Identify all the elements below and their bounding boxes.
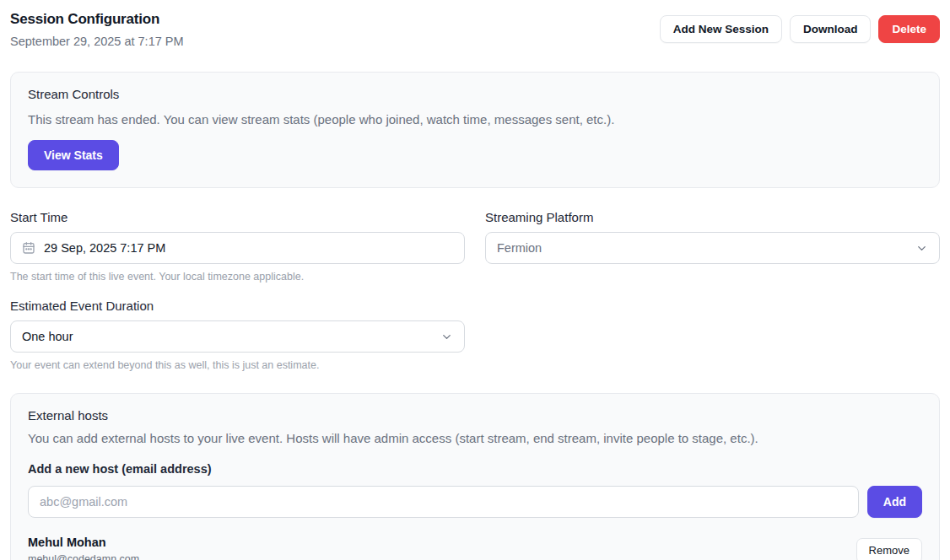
remove-host-button[interactable]: Remove (856, 538, 922, 560)
duration-value: One hour (22, 330, 73, 343)
add-host-label: Add a new host (email address) (28, 462, 922, 476)
host-list-item: Mehul Mohan mehul@codedamn.com Remove (28, 536, 922, 560)
session-form: Start Time 29 Sep, 2025 7:17 (10, 210, 940, 371)
chevron-down-icon (915, 242, 928, 255)
streaming-platform-value: Fermion (497, 241, 542, 255)
duration-field: Estimated Event Duration One hour Your e… (10, 299, 465, 371)
start-time-value: 29 Sep, 2025 7:17 PM (44, 241, 165, 255)
duration-label: Estimated Event Duration (10, 299, 465, 313)
host-email: mehul@codedamn.com (28, 553, 139, 560)
add-host-button[interactable]: Add (867, 486, 922, 518)
download-button[interactable]: Download (790, 15, 872, 43)
external-hosts-card: External hosts You can add external host… (10, 393, 940, 560)
header-titles: Session Configuration September 29, 2025… (10, 11, 184, 48)
form-column-left: Start Time 29 Sep, 2025 7:17 (10, 210, 465, 371)
add-host-row: Add (28, 486, 922, 518)
host-email-input[interactable] (28, 486, 859, 518)
add-new-session-button[interactable]: Add New Session (660, 15, 782, 43)
stream-controls-card: Stream Controls This stream has ended. Y… (10, 72, 940, 188)
streaming-platform-select[interactable]: Fermion (485, 232, 940, 264)
external-hosts-title: External hosts (28, 408, 922, 423)
session-datetime: September 29, 2025 at 7:17 PM (10, 35, 184, 48)
delete-button[interactable]: Delete (878, 15, 940, 43)
stream-controls-title: Stream Controls (28, 87, 922, 101)
view-stats-button[interactable]: View Stats (28, 140, 119, 170)
streaming-platform-label: Streaming Platform (485, 210, 940, 224)
host-info: Mehul Mohan mehul@codedamn.com (28, 536, 139, 560)
start-time-field: Start Time 29 Sep, 2025 7:17 (10, 210, 465, 283)
duration-helper: Your event can extend beyond this as wel… (10, 359, 465, 371)
duration-select[interactable]: One hour (10, 320, 465, 353)
start-time-label: Start Time (10, 210, 465, 224)
chevron-down-icon (440, 331, 453, 343)
page-header: Session Configuration September 29, 2025… (10, 11, 940, 48)
start-time-helper: The start time of this live event. Your … (10, 271, 465, 283)
external-hosts-description: You can add external hosts to your live … (28, 431, 922, 445)
start-time-input[interactable]: 29 Sep, 2025 7:17 PM (10, 232, 465, 264)
session-configuration-page: Session Configuration September 29, 2025… (0, 0, 950, 560)
host-name: Mehul Mohan (28, 536, 139, 549)
page-title: Session Configuration (10, 11, 184, 28)
calendar-icon (22, 241, 35, 255)
streaming-platform-field: Streaming Platform Fermion (485, 210, 940, 264)
header-actions: Add New Session Download Delete (660, 11, 940, 43)
stream-controls-description: This stream has ended. You can view stre… (28, 112, 922, 127)
form-column-right: Streaming Platform Fermion (485, 210, 940, 371)
